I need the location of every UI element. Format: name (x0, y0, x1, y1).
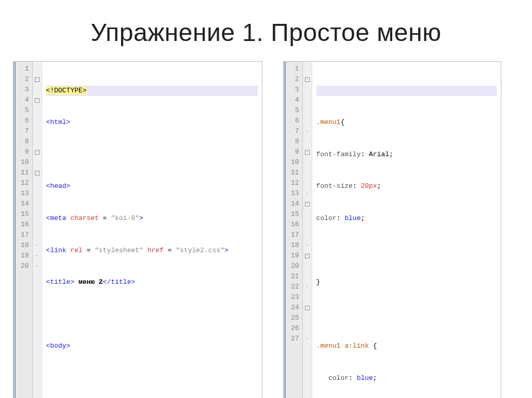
code-css[interactable]: .menu1{ font-family: Arial; font-size: 2… (312, 62, 501, 398)
panel-left: 1234567891011121314151617181920 - - - - … (13, 61, 262, 398)
gutter-left: 1234567891011121314151617181920 (16, 62, 33, 398)
code-html[interactable]: <!DOCTYPE> <html> <head> <meta charset =… (42, 62, 262, 398)
panels: 1234567891011121314151617181920 - - - - … (0, 61, 532, 398)
editor-css: 1234567891011121314151617181920212223242… (283, 61, 501, 398)
page-title: Упражнение 1. Простое меню (0, 0, 532, 61)
editor-html: 1234567891011121314151617181920 - - - - … (13, 61, 262, 398)
gutter-right: 1234567891011121314151617181920212223242… (286, 62, 303, 398)
